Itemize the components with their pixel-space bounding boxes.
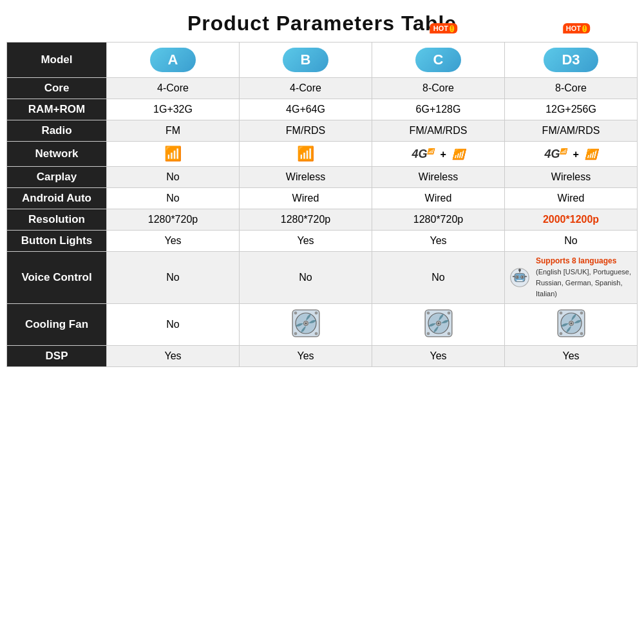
voice-supports-text: Supports 8 languages (536, 256, 616, 265)
svg-point-16 (294, 312, 297, 314)
vc-b: No (240, 252, 372, 304)
android-auto-row: Android Auto No Wired Wired Wired (7, 188, 638, 209)
auto-a: No (107, 188, 240, 209)
cf-c (372, 303, 505, 345)
bl-d3: No (505, 231, 638, 252)
radio-label: Radio (7, 120, 107, 142)
carplay-row: Carplay No Wireless Wireless Wireless (7, 167, 638, 188)
voice-control-label: Voice Control (7, 252, 107, 304)
vc-c: No (372, 252, 505, 304)
hot-badge-d3: HOT (563, 23, 591, 33)
network-row: Network 📶 📶 4G📶 + 📶 4G📶 + 📶 (7, 142, 638, 167)
core-c: 8-Core (372, 78, 505, 99)
svg-point-24 (437, 322, 439, 324)
auto-d3: Wired (505, 188, 638, 209)
svg-point-27 (427, 332, 430, 335)
auto-c: Wired (372, 188, 505, 209)
res-c: 1280*720p (372, 209, 505, 231)
core-d3: 8-Core (505, 78, 638, 99)
model-a-badge: A (150, 48, 196, 72)
svg-point-17 (315, 312, 317, 314)
svg-point-36 (560, 332, 562, 335)
fan-icon-d3 (556, 308, 587, 339)
wifi-icon-c: 📶 (452, 149, 465, 160)
model-a-cell: A (107, 43, 240, 78)
svg-point-15 (305, 322, 307, 324)
dsp-a: Yes (107, 345, 240, 366)
radio-c: FM/AM/RDS (372, 120, 505, 142)
carplay-b: Wireless (240, 167, 372, 188)
network-label: Network (7, 142, 107, 167)
svg-point-37 (580, 332, 583, 335)
bl-b: Yes (240, 231, 372, 252)
core-b: 4-Core (240, 78, 372, 99)
svg-point-19 (315, 332, 317, 335)
page-title: Product Parameters Table (0, 0, 644, 42)
model-c-hot-wrap: HOT C (415, 48, 462, 72)
button-lights-row: Button Lights Yes Yes Yes No (7, 231, 638, 252)
cooling-fan-row: Cooling Fan No (7, 303, 638, 345)
svg-point-34 (560, 312, 562, 314)
carplay-d3: Wireless (505, 167, 638, 188)
voice-d3-text: Supports 8 languages (English [US/UK], P… (536, 256, 634, 299)
network-d3: 4G📶 + 📶 (505, 142, 638, 167)
ram-a: 1G+32G (107, 99, 240, 120)
network-combo-d3: 4G📶 + 📶 (544, 149, 597, 160)
dsp-c: Yes (372, 345, 505, 366)
ram-row: RAM+ROM 1G+32G 4G+64G 6G+128G 12G+256G (7, 99, 638, 120)
4g-icon-d3: 4G📶 (544, 147, 567, 160)
carplay-label: Carplay (7, 167, 107, 188)
network-combo-c: 4G📶 + 📶 (412, 149, 464, 160)
res-b: 1280*720p (240, 209, 372, 231)
wifi-icon-b: 📶 (297, 146, 314, 162)
button-lights-label: Button Lights (7, 231, 107, 252)
dsp-label: DSP (7, 345, 107, 366)
model-d3-badge: D3 (544, 48, 598, 72)
params-table: Model A B HOT C HOT D3 Core (6, 42, 638, 367)
fan-icon-c (423, 308, 454, 339)
svg-point-26 (448, 312, 450, 314)
table-wrap: Model A B HOT C HOT D3 Core (0, 42, 644, 374)
bl-c: Yes (372, 231, 505, 252)
voice-control-row: Voice Control No No No (7, 252, 638, 304)
carplay-a: No (107, 167, 240, 188)
res-a: 1280*720p (107, 209, 240, 231)
svg-point-4 (516, 276, 518, 278)
cf-b (240, 303, 372, 345)
4g-icon-c: 4G📶 (412, 147, 434, 160)
model-c-cell: HOT C (372, 43, 505, 78)
dsp-b: Yes (240, 345, 372, 366)
svg-rect-6 (516, 280, 523, 281)
radio-row: Radio FM FM/RDS FM/AM/RDS FM/AM/RDS (7, 120, 638, 142)
fan-icon-b (290, 308, 321, 339)
cf-a: No (107, 303, 240, 345)
voice-detail-text: (English [US/UK], Portuguese, Russian, G… (536, 268, 631, 298)
auto-b: Wired (240, 188, 372, 209)
robot-icon (507, 265, 532, 290)
resolution-row: Resolution 1280*720p 1280*720p 1280*720p… (7, 209, 638, 231)
model-c-badge: C (415, 48, 462, 72)
ram-d3: 12G+256G (505, 99, 638, 120)
wifi-icon-a: 📶 (164, 146, 182, 162)
vc-a: No (107, 252, 240, 304)
radio-a: FM (107, 120, 240, 142)
model-d3-cell: HOT D3 (505, 43, 638, 78)
cooling-fan-label: Cooling Fan (7, 303, 107, 345)
wifi-icon-d3: 📶 (585, 149, 598, 160)
network-a: 📶 (107, 142, 240, 167)
model-label: Model (7, 43, 107, 78)
model-b-cell: B (240, 43, 372, 78)
android-auto-label: Android Auto (7, 188, 107, 209)
network-c: 4G📶 + 📶 (372, 142, 505, 167)
radio-b: FM/RDS (240, 120, 372, 142)
ram-c: 6G+128G (372, 99, 505, 120)
hot-badge-c: HOT (430, 23, 458, 33)
svg-point-33 (570, 322, 572, 324)
svg-point-8 (518, 269, 521, 271)
svg-point-5 (522, 276, 523, 278)
model-d3-hot-wrap: HOT D3 (544, 48, 598, 72)
cf-d3 (505, 303, 638, 345)
resolution-label: Resolution (7, 209, 107, 231)
dsp-row: DSP Yes Yes Yes Yes (7, 345, 638, 366)
network-b: 📶 (240, 142, 372, 167)
